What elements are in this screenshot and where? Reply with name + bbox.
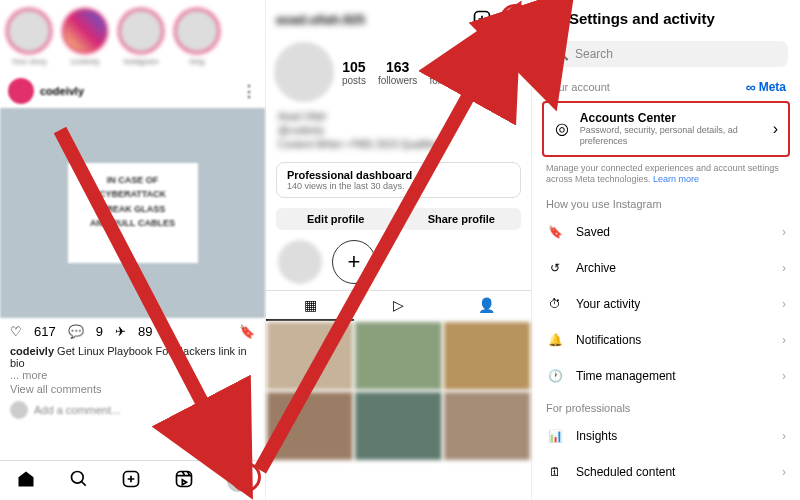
following-stat[interactable]: 52following bbox=[429, 59, 468, 86]
post-image[interactable]: IN CASE OF CYBERATTACK BREAK GLASS AND P… bbox=[0, 108, 265, 318]
bell-icon: 🔔 bbox=[546, 331, 564, 349]
your-account-label: Your account bbox=[546, 81, 610, 93]
bookmark-icon: 🔖 bbox=[546, 223, 564, 241]
share-profile-button[interactable]: Share profile bbox=[402, 208, 522, 230]
post-thumbnail[interactable] bbox=[354, 391, 442, 461]
tagged-tab-icon[interactable]: 👤 bbox=[443, 291, 531, 321]
settings-title: Settings and activity bbox=[569, 10, 715, 27]
section-how-use: How you use Instagram bbox=[546, 198, 662, 210]
avatar[interactable] bbox=[8, 78, 34, 104]
post-header: codeivly ⋮ bbox=[0, 74, 265, 108]
settings-search[interactable]: 🔍 Search bbox=[544, 41, 788, 67]
like-icon[interactable]: ♡ bbox=[10, 324, 22, 339]
avatar-small bbox=[10, 401, 28, 419]
learn-more-link[interactable]: Learn more bbox=[653, 174, 699, 184]
highlight-add-button[interactable]: + bbox=[332, 240, 376, 284]
story-item[interactable]: codeivly bbox=[62, 8, 108, 66]
stories-tray: Your story codeivly instagram bing bbox=[0, 0, 265, 74]
archive-row[interactable]: ↺Archive› bbox=[532, 250, 800, 286]
saved-row[interactable]: 🔖Saved› bbox=[532, 214, 800, 250]
posts-grid bbox=[266, 321, 531, 461]
activity-icon: ⏱ bbox=[546, 295, 564, 313]
highlights-tray: + bbox=[266, 234, 531, 290]
reels-tab-icon[interactable] bbox=[174, 469, 194, 493]
chevron-right-icon: › bbox=[773, 120, 778, 138]
caption-more[interactable]: ... more bbox=[10, 369, 255, 381]
clock-icon: 🕐 bbox=[546, 367, 564, 385]
chevron-right-icon: › bbox=[782, 261, 786, 275]
post-more-icon[interactable]: ⋮ bbox=[241, 82, 257, 101]
story-item[interactable]: Your story bbox=[6, 8, 52, 66]
view-all-comments[interactable]: View all comments bbox=[0, 381, 265, 397]
chevron-right-icon: › bbox=[782, 297, 786, 311]
chevron-right-icon: › bbox=[782, 225, 786, 239]
story-item[interactable]: bing bbox=[174, 8, 220, 66]
back-icon[interactable]: ← bbox=[544, 10, 559, 27]
profile-grid-tabs: ▦ ▷ 👤 bbox=[266, 290, 531, 321]
feed-panel: Your story codeivly instagram bing codei… bbox=[0, 0, 266, 500]
chevron-right-icon: › bbox=[782, 429, 786, 443]
create-tab-icon[interactable] bbox=[121, 469, 141, 493]
scheduled-row[interactable]: 🗓Scheduled content› bbox=[532, 454, 800, 490]
person-circle-icon: ◎ bbox=[554, 120, 570, 138]
followers-stat[interactable]: 163followers bbox=[378, 59, 417, 86]
manage-text: Manage your connected experiences and ac… bbox=[532, 159, 800, 190]
post-actions: ♡617 💬9 ✈89 🔖 bbox=[0, 318, 265, 345]
post-username[interactable]: codeivly bbox=[40, 85, 84, 97]
chevron-right-icon: › bbox=[782, 465, 786, 479]
edit-profile-button[interactable]: Edit profile bbox=[276, 208, 396, 230]
calendar-icon: 🗓 bbox=[546, 463, 564, 481]
share-count: 89 bbox=[138, 324, 152, 339]
notifications-row[interactable]: 🔔Notifications› bbox=[532, 322, 800, 358]
accounts-center-row[interactable]: ◎ Accounts Center Password, security, pe… bbox=[542, 101, 790, 157]
time-row[interactable]: 🕐Time management› bbox=[532, 358, 800, 394]
search-icon: 🔍 bbox=[554, 47, 569, 61]
professional-dashboard[interactable]: Professional dashboard 140 views in the … bbox=[276, 162, 521, 198]
chart-icon: 📊 bbox=[546, 427, 564, 445]
create-icon[interactable] bbox=[471, 8, 493, 30]
post-thumbnail[interactable] bbox=[443, 321, 531, 391]
settings-panel: ← Settings and activity 🔍 Search Your ac… bbox=[532, 0, 800, 500]
bookmark-icon[interactable]: 🔖 bbox=[239, 324, 255, 339]
post-caption: codeivly Get Linux Playbook For Hackers … bbox=[0, 345, 265, 381]
post-thumbnail[interactable] bbox=[266, 391, 354, 461]
profile-avatar[interactable] bbox=[274, 42, 334, 102]
post-thumbnail[interactable] bbox=[443, 391, 531, 461]
activity-row[interactable]: ⏱Your activity› bbox=[532, 286, 800, 322]
bottom-tab-bar bbox=[0, 460, 265, 500]
posts-stat[interactable]: 105posts bbox=[342, 59, 366, 86]
post-paper-text: IN CASE OF CYBERATTACK BREAK GLASS AND P… bbox=[68, 163, 198, 263]
home-tab-icon[interactable] bbox=[16, 469, 36, 493]
like-count: 617 bbox=[34, 324, 56, 339]
search-tab-icon[interactable] bbox=[69, 469, 89, 493]
highlight-item[interactable] bbox=[278, 240, 322, 284]
meta-logo: ∞Meta bbox=[746, 79, 786, 95]
chevron-right-icon: › bbox=[782, 333, 786, 347]
profile-username[interactable]: asad.ullah.925 bbox=[276, 12, 465, 27]
profile-bio: Asad Ullah @codeivly Content Writer • PM… bbox=[266, 106, 531, 156]
grid-tab-icon[interactable]: ▦ bbox=[266, 291, 354, 321]
section-professionals: For professionals bbox=[546, 402, 630, 414]
svg-point-0 bbox=[71, 471, 83, 483]
annotation-circle-profile bbox=[231, 462, 261, 492]
annotation-circle-menu bbox=[500, 4, 530, 34]
chevron-right-icon: › bbox=[782, 369, 786, 383]
post-thumbnail[interactable] bbox=[266, 321, 354, 391]
archive-icon: ↺ bbox=[546, 259, 564, 277]
share-icon[interactable]: ✈ bbox=[115, 324, 126, 339]
comment-icon[interactable]: 💬 bbox=[68, 324, 84, 339]
add-comment-row[interactable]: Add a comment... bbox=[0, 397, 265, 423]
story-item[interactable]: instagram bbox=[118, 8, 164, 66]
insights-row[interactable]: 📊Insights› bbox=[532, 418, 800, 454]
post-thumbnail[interactable] bbox=[354, 321, 442, 391]
comment-count: 9 bbox=[96, 324, 103, 339]
reels-tab-icon[interactable]: ▷ bbox=[354, 291, 442, 321]
profile-panel: asad.ullah.925 105posts 163followers 52f… bbox=[266, 0, 532, 500]
